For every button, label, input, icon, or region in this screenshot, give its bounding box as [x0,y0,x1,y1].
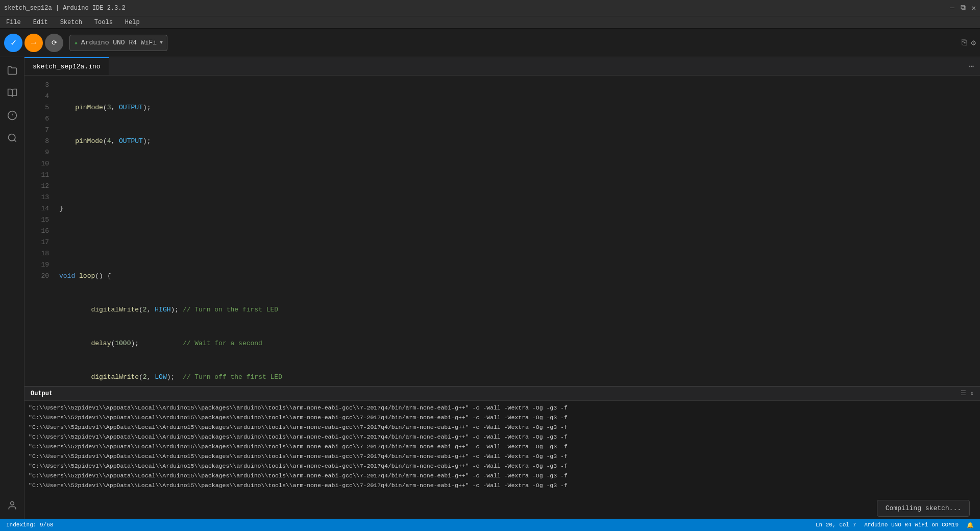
output-controls: ☰ ⇕ [961,390,974,397]
compiling-text: Compiling sketch... [886,504,961,512]
code-line-11: digitalWrite(2, LOW); // Turn off the fi… [55,372,980,383]
svg-line-4 [14,140,16,142]
debugger-button[interactable]: ⟳ [45,34,63,52]
compiling-toast: Compiling sketch... [877,500,970,517]
code-line-9: digitalWrite(2, HIGH); // Turn on the fi… [55,304,980,316]
notification-icon[interactable]: 🔔 [967,522,974,528]
sidebar [0,57,24,519]
svg-point-5 [10,502,14,505]
indexing-status: Indexing: 9/68 [6,522,53,528]
main-content: sketch_sep12a.ino ⋯ 3 4 5 6 7 8 9 10 11 … [0,57,980,519]
code-line-4: pinMode(4, OUTPUT); [55,136,980,147]
upload-button[interactable]: → [24,34,43,52]
serial-monitor-icon[interactable]: ⚙ [971,38,976,48]
code-line-10: delay(1000); // Wait for a second [55,338,980,349]
title-bar: sketch_sep12a | Arduino IDE 2.3.2 — ⧉ ✕ [0,0,980,16]
sidebar-icon-user[interactable] [3,496,21,515]
board-selector[interactable]: ✦ Arduino UNO R4 WiFi ▼ [69,35,167,51]
menu-help[interactable]: Help [123,18,142,27]
window-controls: — ⧉ ✕ [950,4,976,12]
status-left: Indexing: 9/68 [6,522,807,528]
code-line-3: pinMode(3, OUTPUT); [55,102,980,113]
editor-area: sketch_sep12a.ino ⋯ 3 4 5 6 7 8 9 10 11 … [24,57,980,519]
code-line-7 [55,237,980,248]
status-right: Ln 20, Col 7 Arduino UNO R4 WiFi on COM1… [816,522,974,528]
sidebar-icon-book[interactable] [3,84,21,102]
status-bar: Indexing: 9/68 Ln 20, Col 7 Arduino UNO … [0,519,980,531]
menu-file[interactable]: File [4,18,23,27]
menu-bar: File Edit Sketch Tools Help [0,16,980,29]
sidebar-icon-folder[interactable] [3,61,21,80]
output-header: Output ☰ ⇕ [24,387,980,401]
code-editor[interactable]: 3 4 5 6 7 8 9 10 11 12 13 14 15 16 17 18… [24,76,980,386]
maximize-button[interactable]: ⧉ [961,4,966,12]
toolbar: ✓ → ⟳ ✦ Arduino UNO R4 WiFi ▼ ⎘ ⚙ [0,29,980,57]
code-line-5 [55,170,980,181]
window-title: sketch_sep12a | Arduino IDE 2.3.2 [4,5,950,12]
tab-more-icon: ⋯ [969,61,974,71]
output-settings-icon[interactable]: ☰ [961,390,966,397]
verify-button[interactable]: ✓ [4,34,22,52]
menu-sketch[interactable]: Sketch [58,18,84,27]
svg-point-3 [8,134,15,141]
output-content: "C:\\Users\\52pidev1\\AppData\\Local\\Ar… [24,401,980,519]
output-title: Output [31,390,53,397]
output-panel: Output ☰ ⇕ "C:\\Users\\52pidev1\\AppData… [24,386,980,519]
board-port-status: Arduino UNO R4 WiFi on COM19 [864,522,959,528]
code-line-8: void loop() { [55,271,980,282]
menu-tools[interactable]: Tools [92,18,115,27]
board-dropdown-arrow: ▼ [160,40,163,45]
close-button[interactable]: ✕ [972,4,976,12]
code-content[interactable]: pinMode(3, OUTPUT); pinMode(4, OUTPUT); … [55,76,980,386]
menu-edit[interactable]: Edit [31,18,50,27]
minimize-button[interactable]: — [950,4,954,12]
tab-more-button[interactable]: ⋯ [963,57,980,75]
tab-filename: sketch_sep12a.ino [33,63,101,70]
tab-bar: sketch_sep12a.ino ⋯ [24,57,980,76]
line-numbers: 3 4 5 6 7 8 9 10 11 12 13 14 15 16 17 18… [24,76,55,386]
output-expand-icon[interactable]: ⇕ [970,390,974,397]
code-line-6: } [55,203,980,214]
tab-sketch[interactable]: sketch_sep12a.ino [24,57,109,75]
board-icon: ✦ [74,39,78,47]
sidebar-icon-debug[interactable] [3,106,21,125]
toolbar-right: ⎘ ⚙ [962,38,976,48]
board-name: Arduino UNO R4 WiFi [81,39,157,46]
serial-plotter-icon[interactable]: ⎘ [962,38,967,47]
cursor-position: Ln 20, Col 7 [816,522,856,528]
sidebar-icon-search[interactable] [3,129,21,147]
